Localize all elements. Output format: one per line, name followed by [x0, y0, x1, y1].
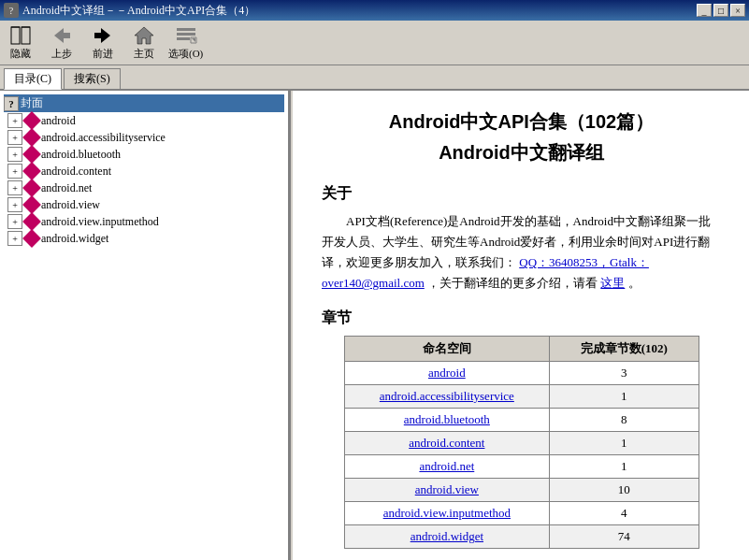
count-cell: 1: [550, 432, 699, 455]
right-panel: Android中文API合集（102篇） Android中文翻译组 关于 API…: [294, 91, 749, 560]
options-button[interactable]: 选项(O): [168, 24, 203, 61]
svg-rect-9: [177, 28, 195, 31]
count-cell: 10: [550, 479, 699, 502]
home-icon: [133, 24, 155, 47]
options-icon: [175, 24, 197, 47]
expand-widget[interactable]: +: [7, 231, 22, 246]
options-label: 选项(O): [168, 47, 203, 61]
forward-label: 前进: [93, 47, 113, 61]
namespace-cell[interactable]: android: [344, 362, 550, 385]
table-row: android.view.inputmethod4: [344, 502, 699, 525]
about-heading: 关于: [322, 184, 721, 204]
tab-search[interactable]: 搜索(S): [64, 68, 121, 89]
main-container: ? 封面 + android + android.accessibilityse…: [0, 90, 749, 560]
tree-item-accessibility[interactable]: + android.accessibilityservice: [4, 129, 284, 146]
table-row: android.net1: [344, 455, 699, 479]
tree-item-inputmethod[interactable]: + android.view.inputmethod: [4, 213, 284, 230]
table-row: android3: [344, 362, 699, 385]
app-icon: ?: [4, 3, 19, 18]
svg-marker-6: [101, 28, 110, 43]
here-link[interactable]: 这里: [600, 276, 625, 290]
close-button[interactable]: ×: [730, 4, 745, 17]
tree-root-item[interactable]: ? 封面: [4, 94, 284, 112]
back-icon: [50, 24, 73, 47]
svg-marker-4: [54, 28, 64, 43]
count-cell: 1: [550, 455, 699, 479]
namespace-cell[interactable]: android.content: [344, 432, 550, 455]
tree-item-content[interactable]: + android.content: [4, 163, 284, 179]
tree-label-inputmethod: android.view.inputmethod: [41, 215, 159, 229]
table-row: android.accessibilityservice1: [344, 385, 699, 409]
tree-root-label: 封面: [21, 95, 43, 111]
tree-item-net[interactable]: + android.net: [4, 179, 284, 196]
back-button[interactable]: 上步: [45, 24, 79, 61]
table-row: android.view10: [344, 479, 699, 502]
forward-icon: [92, 24, 114, 47]
diamond-icon-bluetooth: [24, 147, 39, 162]
maximize-button[interactable]: □: [713, 4, 728, 17]
expand-content[interactable]: +: [7, 164, 22, 179]
tree-item-android[interactable]: + android: [4, 112, 284, 129]
namespace-cell[interactable]: android.widget: [344, 525, 550, 549]
namespace-cell[interactable]: android.view.inputmethod: [344, 502, 550, 525]
svg-rect-10: [177, 33, 195, 36]
window-controls[interactable]: _ □ ×: [697, 4, 745, 17]
expand-net[interactable]: +: [7, 180, 22, 195]
hide-button[interactable]: 隐藏: [4, 24, 37, 61]
diamond-icon-view: [24, 197, 39, 212]
svg-rect-7: [94, 33, 102, 38]
minimize-button[interactable]: _: [697, 4, 712, 17]
svg-rect-1: [22, 27, 30, 44]
doc-subtitle: Android中文翻译组: [322, 140, 721, 165]
diamond-icon-inputmethod: [24, 214, 39, 229]
chapter-table: 命名空间 完成章节数(102) android3android.accessib…: [344, 336, 699, 549]
svg-marker-8: [135, 27, 153, 44]
table-row: android.widget74: [344, 525, 699, 549]
table-row: android.bluetooth8: [344, 409, 699, 432]
tree-label-accessibility: android.accessibilityservice: [41, 131, 166, 145]
about-period: 。: [628, 276, 641, 290]
about-text-1: API文档(Reference)是Android开发的基础，Android中文翻…: [322, 214, 711, 269]
doc-title: Android中文API合集（102篇）: [322, 109, 721, 135]
tree-view: ? 封面 + android + android.accessibilityse…: [0, 91, 288, 560]
tree-item-widget[interactable]: + android.widget: [4, 230, 284, 247]
count-cell: 74: [550, 525, 699, 549]
title-bar: ? Android中文译组－－Android中文API合集（4） _ □ ×: [0, 0, 749, 21]
namespace-cell[interactable]: android.view: [344, 479, 550, 502]
about-text-2: ，关于翻译组的更多介绍，请看: [427, 276, 598, 290]
toolbar: 隐藏 上步 前进 主页: [0, 21, 749, 65]
chapter-heading: 章节: [322, 309, 721, 328]
forward-button[interactable]: 前进: [86, 24, 120, 61]
namespace-cell[interactable]: android.net: [344, 455, 550, 479]
back-label: 上步: [51, 47, 72, 61]
expand-accessibility[interactable]: +: [7, 130, 22, 145]
left-panel: ? 封面 + android + android.accessibilityse…: [0, 91, 290, 560]
count-cell: 3: [550, 362, 699, 385]
tree-label-net: android.net: [41, 181, 92, 195]
expand-view[interactable]: +: [7, 197, 22, 212]
diamond-icon-content: [24, 164, 39, 179]
svg-rect-0: [11, 27, 20, 44]
tree-label-content: android.content: [41, 165, 111, 179]
tree-item-bluetooth[interactable]: + android.bluetooth: [4, 146, 284, 163]
tab-contents[interactable]: 目录(C): [4, 68, 62, 90]
table-row: android.content1: [344, 432, 699, 455]
expand-inputmethod[interactable]: +: [7, 214, 22, 229]
col-namespace: 命名空间: [344, 337, 550, 362]
hide-icon: [9, 24, 32, 47]
about-paragraph: API文档(Reference)是Android开发的基础，Android中文翻…: [322, 211, 721, 294]
diamond-icon-accessibility: [24, 130, 39, 145]
qmark-icon: ?: [4, 96, 19, 111]
count-cell: 1: [550, 385, 699, 409]
col-count: 完成章节数(102): [550, 337, 699, 362]
expand-android[interactable]: +: [7, 113, 22, 128]
home-label: 主页: [134, 47, 154, 61]
namespace-cell[interactable]: android.accessibilityservice: [344, 385, 550, 409]
hide-label: 隐藏: [10, 47, 31, 61]
tree-label-widget: android.widget: [41, 232, 108, 246]
namespace-cell[interactable]: android.bluetooth: [344, 409, 550, 432]
tree-label-android: android: [41, 114, 76, 128]
tree-item-view[interactable]: + android.view: [4, 196, 284, 213]
expand-bluetooth[interactable]: +: [7, 147, 22, 162]
home-button[interactable]: 主页: [127, 24, 161, 61]
